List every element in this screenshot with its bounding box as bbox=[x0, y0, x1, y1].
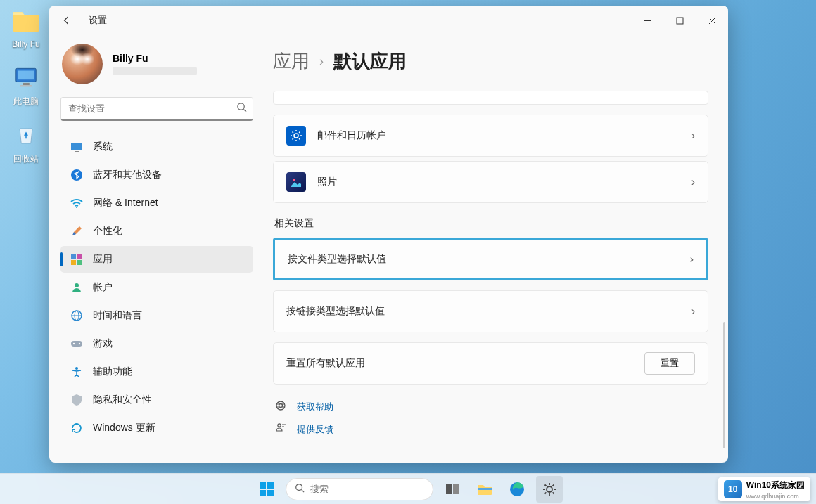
desktop-icon-recycle-bin[interactable]: 回收站 bbox=[1, 119, 51, 165]
link-give-feedback[interactable]: 提供反馈 bbox=[274, 422, 708, 437]
card-mail-calendar[interactable]: 邮件和日历帐户 › bbox=[273, 115, 708, 157]
chevron-right-icon: › bbox=[690, 253, 694, 266]
svg-rect-12 bbox=[71, 260, 76, 265]
desktop-icon-label: 此电脑 bbox=[1, 96, 51, 108]
globe-icon bbox=[70, 309, 83, 322]
svg-rect-33 bbox=[478, 488, 492, 490]
nav-gaming[interactable]: 游戏 bbox=[60, 330, 253, 357]
svg-point-20 bbox=[75, 367, 78, 370]
svg-rect-32 bbox=[453, 484, 459, 494]
nav-network[interactable]: 网络 & Internet bbox=[60, 190, 253, 217]
svg-point-14 bbox=[75, 283, 79, 287]
link-label: 提供反馈 bbox=[297, 423, 333, 436]
nav-list: 系统 蓝牙和其他设备 网络 & Internet 个性化 应用 帐户 时间和语言… bbox=[60, 134, 267, 441]
watermark: 10 Win10系统家园www.qdhuajin.com bbox=[718, 477, 810, 501]
svg-rect-13 bbox=[77, 260, 82, 265]
nav-privacy[interactable]: 隐私和安全性 bbox=[60, 387, 253, 413]
svg-point-35 bbox=[547, 486, 552, 492]
svg-rect-2 bbox=[23, 83, 30, 85]
nav-system[interactable]: 系统 bbox=[60, 134, 253, 160]
card-label: 邮件和日历帐户 bbox=[317, 129, 691, 142]
gamepad-icon bbox=[70, 337, 83, 350]
back-button[interactable] bbox=[56, 10, 77, 31]
section-related-settings: 相关设置 bbox=[274, 217, 708, 230]
card-label: 按文件类型选择默认值 bbox=[288, 253, 690, 266]
taskbar-settings[interactable] bbox=[536, 476, 563, 503]
profile-block[interactable]: Billy Fu bbox=[60, 41, 267, 97]
taskbar-search-input[interactable] bbox=[310, 484, 428, 494]
svg-rect-4 bbox=[677, 18, 683, 24]
nav-apps[interactable]: 应用 bbox=[60, 246, 253, 273]
breadcrumb-parent[interactable]: 应用 bbox=[273, 49, 310, 74]
card-label: 重置所有默认应用 bbox=[286, 357, 644, 370]
pc-icon bbox=[11, 62, 42, 93]
svg-rect-27 bbox=[267, 482, 274, 489]
accessibility-icon bbox=[70, 366, 83, 378]
svg-rect-10 bbox=[71, 254, 76, 259]
nav-personalization[interactable]: 个性化 bbox=[60, 218, 253, 245]
start-button[interactable] bbox=[253, 476, 280, 503]
photos-icon bbox=[286, 172, 306, 192]
profile-subtitle-redacted bbox=[113, 67, 197, 75]
avatar bbox=[62, 44, 103, 84]
svg-rect-26 bbox=[260, 482, 266, 489]
svg-point-9 bbox=[76, 207, 77, 208]
nav-accounts[interactable]: 帐户 bbox=[60, 274, 253, 301]
apps-icon bbox=[70, 253, 83, 266]
nav-accessibility[interactable]: 辅助功能 bbox=[60, 358, 253, 385]
card-by-file-type[interactable]: 按文件类型选择默认值 › bbox=[273, 238, 708, 280]
taskbar-explorer[interactable] bbox=[471, 476, 498, 503]
profile-name: Billy Fu bbox=[113, 53, 197, 64]
search-icon bbox=[295, 483, 305, 496]
scrollbar[interactable] bbox=[723, 322, 725, 448]
person-icon bbox=[70, 281, 83, 294]
svg-point-30 bbox=[296, 484, 302, 490]
desktop-icon-label: 回收站 bbox=[1, 153, 51, 165]
card-placeholder bbox=[273, 91, 708, 105]
content-area: 应用 › 默认应用 邮件和日历帐户 › 照片 › 相关设置 按文件类型选择默认值… bbox=[267, 35, 728, 463]
nav-time-language[interactable]: 时间和语言 bbox=[60, 302, 253, 329]
close-button[interactable] bbox=[696, 6, 728, 35]
breadcrumb: 应用 › 默认应用 bbox=[273, 49, 708, 74]
desktop-icon-this-pc[interactable]: 此电脑 bbox=[1, 62, 51, 108]
window-title: 设置 bbox=[89, 14, 107, 27]
update-icon bbox=[70, 422, 83, 434]
taskbar-search[interactable] bbox=[286, 478, 433, 500]
card-label: 照片 bbox=[317, 176, 691, 188]
search-input[interactable] bbox=[68, 103, 236, 114]
taskbar-edge[interactable] bbox=[504, 476, 530, 503]
svg-rect-17 bbox=[71, 341, 82, 347]
brush-icon bbox=[70, 225, 83, 238]
link-label: 获取帮助 bbox=[297, 401, 333, 413]
svg-point-21 bbox=[294, 134, 298, 138]
reset-button[interactable]: 重置 bbox=[644, 352, 695, 375]
desktop-icon-folder[interactable]: Billy Fu bbox=[1, 6, 51, 49]
link-get-help[interactable]: 获取帮助 bbox=[274, 400, 708, 414]
wifi-icon bbox=[70, 197, 83, 209]
desktop-icon-label: Billy Fu bbox=[1, 39, 51, 49]
shield-icon bbox=[70, 394, 83, 406]
nav-windows-update[interactable]: Windows 更新 bbox=[60, 415, 253, 441]
settings-window: 设置 Billy Fu 系统 蓝牙和其他设备 网络 & Inter bbox=[49, 6, 728, 463]
recyclebin-icon bbox=[11, 119, 42, 150]
titlebar: 设置 bbox=[49, 6, 728, 35]
svg-rect-3 bbox=[20, 85, 32, 86]
nav-bluetooth[interactable]: 蓝牙和其他设备 bbox=[60, 162, 253, 188]
svg-rect-11 bbox=[77, 254, 82, 259]
svg-rect-29 bbox=[267, 490, 274, 496]
minimize-button[interactable] bbox=[631, 6, 663, 35]
svg-point-23 bbox=[276, 401, 285, 410]
svg-point-18 bbox=[73, 343, 75, 344]
card-photos[interactable]: 照片 › bbox=[273, 161, 708, 203]
gear-icon bbox=[286, 126, 306, 146]
search-box[interactable] bbox=[60, 97, 253, 121]
svg-point-25 bbox=[278, 424, 281, 427]
card-by-link-type[interactable]: 按链接类型选择默认值 › bbox=[273, 290, 708, 332]
chevron-right-icon: › bbox=[319, 54, 324, 69]
sidebar: Billy Fu 系统 蓝牙和其他设备 网络 & Internet 个性化 应用… bbox=[49, 35, 267, 463]
breadcrumb-current: 默认应用 bbox=[333, 49, 407, 74]
maximize-button[interactable] bbox=[663, 6, 696, 35]
task-view-button[interactable] bbox=[439, 476, 466, 503]
card-label: 按链接类型选择默认值 bbox=[286, 305, 691, 318]
chevron-right-icon: › bbox=[691, 129, 695, 142]
